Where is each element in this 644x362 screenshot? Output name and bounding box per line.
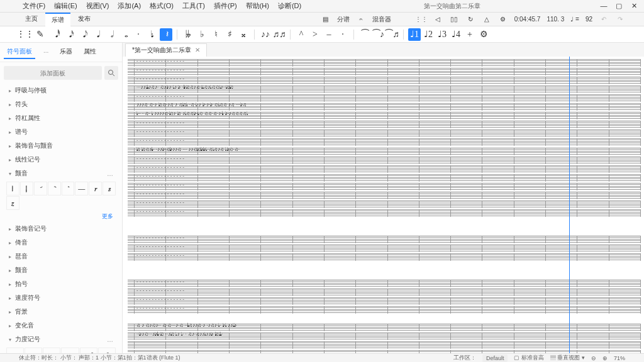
tool-button[interactable]: 𝅘𝅥· <box>146 28 158 41</box>
tool-button[interactable]: ♪♪ <box>259 28 272 41</box>
zoom-value[interactable]: 71% <box>614 355 625 361</box>
tool-button[interactable]: ♮ <box>209 28 222 41</box>
pause-icon[interactable]: ▯▯ <box>449 14 459 25</box>
palette-item[interactable]: 𝆄 <box>20 182 33 195</box>
palette-category[interactable]: 速度符号 <box>4 291 118 305</box>
workspace-select[interactable]: Default <box>482 354 508 362</box>
tool-button[interactable]: > <box>309 28 321 41</box>
play-back-icon[interactable]: ◁ <box>433 14 443 25</box>
palette-category[interactable]: 变化音 <box>4 319 118 332</box>
palette-item[interactable]: 𝆇 <box>62 182 75 195</box>
tool-button[interactable]: 𝅘𝅥𝅰 <box>49 28 62 41</box>
tool-button[interactable]: 𝄽 <box>160 28 172 41</box>
palette-item[interactable]: — <box>75 182 88 195</box>
palette-category[interactable]: 符头 <box>4 97 118 111</box>
tool-button[interactable]: ⁀♬ <box>386 28 399 41</box>
menu-item[interactable]: 插件(P) <box>210 0 241 12</box>
palette-category[interactable]: 谱号 <box>4 125 118 139</box>
palette-item[interactable]: ppp <box>6 348 24 353</box>
tool-button[interactable]: ⁀♪ <box>372 28 385 41</box>
mixer-icon[interactable]: 𝄐 <box>356 14 366 25</box>
menu-item[interactable]: 文件(F) <box>19 0 49 12</box>
tool-button[interactable]: ♭ <box>196 28 208 41</box>
palette-category[interactable]: 颤音 <box>4 263 118 277</box>
palette-category[interactable]: 琶音 <box>4 250 118 263</box>
tool-button[interactable]: ♩2 <box>422 28 435 41</box>
maximize-button[interactable]: ▢ <box>614 2 624 10</box>
palette-item[interactable]: pp <box>25 348 42 353</box>
score-tab[interactable]: *第一交响曲第二乐章 ✕ <box>125 43 207 57</box>
sidebar-tab-palette[interactable]: 符号面板 <box>4 45 35 59</box>
tool-button[interactable]: – <box>323 28 335 41</box>
palette-search-input[interactable] <box>4 66 102 80</box>
palette-item[interactable]: f <box>98 348 116 353</box>
tool-button[interactable]: ♩1 <box>408 28 421 41</box>
palette-more[interactable]: 更多 <box>4 211 118 222</box>
palette-item[interactable]: mp <box>61 348 79 353</box>
menu-item[interactable]: 编辑(E) <box>50 0 81 12</box>
parts-button[interactable]: 分谱 <box>337 15 350 24</box>
palette-category[interactable]: 符杠属性 <box>4 111 118 125</box>
tool-button[interactable]: 𝅗𝅥 <box>104 28 117 41</box>
palette-item[interactable]: p <box>43 348 60 353</box>
tool-button[interactable]: 𝅘𝅥𝅯 <box>63 28 75 41</box>
undo-icon[interactable]: ↶ <box>599 14 609 25</box>
parts-icon[interactable]: ▤ <box>321 14 331 25</box>
palette-category[interactable]: 线性记号 <box>4 153 118 167</box>
main-tab[interactable]: 主页 <box>19 13 44 26</box>
menu-item[interactable]: 视图(V) <box>82 0 113 12</box>
palette-item[interactable]: 𝆌 <box>89 182 102 195</box>
close-button[interactable]: ✕ <box>629 2 639 10</box>
tool-button[interactable]: 𝅘𝅥𝅮 <box>77 28 89 41</box>
concert-pitch-toggle[interactable]: ▢ 标准音高 <box>514 354 544 362</box>
palette-item[interactable]: 𝆎 <box>6 196 19 210</box>
menu-item[interactable]: 诊断(D) <box>274 0 305 12</box>
close-tab-icon[interactable]: ✕ <box>195 47 200 53</box>
palette-item[interactable]: 𝆍 <box>103 182 116 195</box>
tool-button[interactable]: 𝅝 <box>118 28 131 41</box>
palette-category[interactable]: 背景 <box>4 305 118 319</box>
rewind-icon[interactable]: ⋮⋮ <box>416 14 426 25</box>
tool-button[interactable]: 𝄫 <box>182 28 194 41</box>
mixer-button[interactable]: 混音器 <box>372 15 391 24</box>
tool-button[interactable]: · <box>132 28 145 41</box>
tool-button[interactable]: + <box>464 28 476 41</box>
palette-item[interactable]: 𝆆 <box>48 182 61 195</box>
palette-category[interactable]: 颤音… <box>4 167 118 180</box>
menu-item[interactable]: 格式(O) <box>146 0 177 12</box>
tool-button[interactable]: ♩4 <box>450 28 462 41</box>
redo-icon[interactable]: ↷ <box>615 14 625 25</box>
palette-category[interactable]: 呼吸与停顿 <box>4 84 118 97</box>
palette-item[interactable]: 𝆃 <box>6 182 19 195</box>
metronome-icon[interactable]: △ <box>482 14 492 25</box>
sidebar-tab-properties[interactable]: 属性 <box>80 45 99 59</box>
sidebar-tab-instruments[interactable]: 乐器 <box>57 45 75 59</box>
tool-button[interactable]: ^ <box>295 28 308 41</box>
grip-icon[interactable]: ⋮⋮ <box>19 28 31 41</box>
menu-item[interactable]: 帮助(H) <box>242 0 273 12</box>
main-tab[interactable]: 乐谱 <box>45 13 70 26</box>
search-icon[interactable] <box>104 66 118 80</box>
minimize-button[interactable]: — <box>599 2 609 10</box>
tool-button[interactable]: · <box>336 28 349 41</box>
zoom-in-icon[interactable]: ⊕ <box>602 355 608 361</box>
palette-category[interactable]: 装饰音记号 <box>4 222 118 236</box>
tool-button[interactable]: ⚙ <box>477 28 490 41</box>
tool-button[interactable]: ⁀ <box>358 28 371 41</box>
tool-button[interactable]: 𝅘𝅥 <box>91 28 103 41</box>
palette-item[interactable]: mf <box>80 348 97 353</box>
loop-icon[interactable]: ↻ <box>465 14 475 25</box>
palette-category[interactable]: 力度记号… <box>4 332 118 346</box>
settings-icon[interactable]: ⚙ <box>498 14 508 25</box>
zoom-out-icon[interactable]: ⊖ <box>591 355 596 361</box>
edit-icon[interactable]: ✎ <box>34 28 47 41</box>
view-mode-select[interactable]: ▤ 垂直视图 ▾ <box>550 354 585 362</box>
palette-category[interactable]: 倚音 <box>4 236 118 250</box>
palette-item[interactable]: 𝆅 <box>34 182 47 195</box>
menu-item[interactable]: 添加(A) <box>114 0 145 12</box>
tool-button[interactable]: ♬♬ <box>273 28 286 41</box>
tool-button[interactable]: ♯ <box>223 28 236 41</box>
palette-category[interactable]: 装饰音与颤音 <box>4 139 118 153</box>
palette-category[interactable]: 拍号 <box>4 277 118 291</box>
menu-item[interactable]: 工具(T) <box>179 0 209 12</box>
